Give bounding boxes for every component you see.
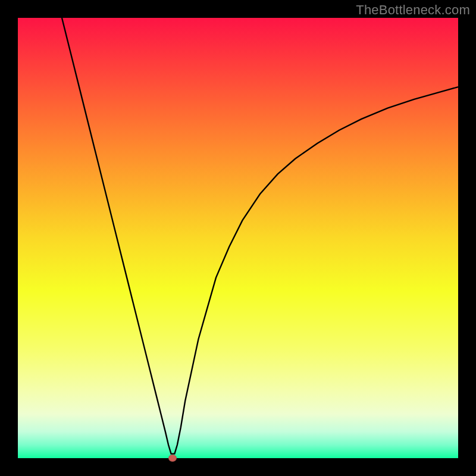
- curve-path: [62, 18, 458, 454]
- optimal-point-marker: [168, 455, 177, 462]
- chart-frame: TheBottleneck.com: [0, 0, 476, 476]
- watermark-text: TheBottleneck.com: [356, 2, 470, 18]
- plot-area: [18, 18, 458, 458]
- bottleneck-curve: [18, 18, 458, 458]
